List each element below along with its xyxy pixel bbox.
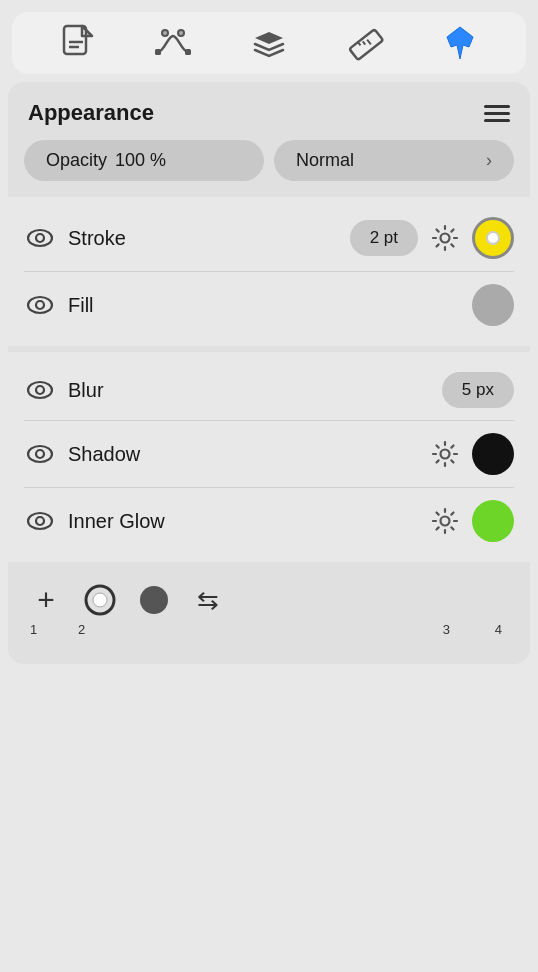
svg-point-21: [28, 513, 52, 529]
blend-mode-button[interactable]: Normal ›: [274, 140, 514, 181]
svg-point-20: [441, 450, 450, 459]
svg-line-8: [357, 42, 360, 46]
effects-section: Blur 5 px Shadow: [8, 352, 530, 562]
stroke-visibility-toggle[interactable]: [24, 222, 56, 254]
bottom-toolbar: + ⇆: [8, 568, 530, 618]
stroke-settings-icon[interactable]: [430, 223, 460, 253]
blur-visibility-toggle[interactable]: [24, 374, 56, 406]
svg-line-9: [363, 41, 365, 44]
svg-rect-7: [349, 29, 383, 60]
swap-button[interactable]: ⇆: [190, 582, 226, 618]
stroke-mode-button[interactable]: [82, 582, 118, 618]
ruler-icon[interactable]: [346, 24, 384, 62]
nodes-icon[interactable]: [154, 28, 192, 58]
stroke-value[interactable]: 2 pt: [350, 220, 418, 256]
callout-numbers: 1 2 3 4: [8, 618, 530, 646]
panel-header: Appearance: [8, 82, 530, 140]
callout-3: 3: [443, 622, 450, 637]
svg-point-26: [140, 586, 168, 614]
blur-value[interactable]: 5 px: [442, 372, 514, 408]
svg-rect-3: [155, 49, 161, 55]
svg-point-25: [93, 593, 107, 607]
svg-point-15: [36, 301, 44, 309]
shadow-label: Shadow: [68, 443, 418, 466]
svg-point-14: [28, 297, 52, 313]
svg-rect-5: [162, 30, 168, 36]
stroke-color-swatch[interactable]: [472, 217, 514, 259]
svg-point-12: [36, 234, 44, 242]
blur-label: Blur: [68, 379, 430, 402]
blur-row: Blur 5 px: [24, 362, 514, 418]
fill-mode-button[interactable]: [136, 582, 172, 618]
svg-rect-4: [185, 49, 191, 55]
document-icon[interactable]: [61, 24, 95, 62]
appearance-panel: Appearance Opacity 100 % Normal ›: [8, 82, 530, 664]
add-icon: +: [37, 583, 55, 617]
inner-glow-row: Inner Glow: [24, 490, 514, 552]
blend-mode-label: Normal: [296, 150, 354, 171]
inner-glow-color-swatch[interactable]: [472, 500, 514, 542]
opacity-blend-row: Opacity 100 % Normal ›: [8, 140, 530, 197]
top-toolbar: [12, 12, 526, 74]
opacity-button[interactable]: Opacity 100 %: [24, 140, 264, 181]
fill-label: Fill: [68, 294, 460, 317]
callout-1: 1: [30, 622, 37, 637]
callout-2: 2: [78, 622, 85, 637]
svg-point-13: [441, 234, 450, 243]
svg-point-22: [36, 517, 44, 525]
svg-point-17: [36, 386, 44, 394]
svg-point-16: [28, 382, 52, 398]
stroke-fill-section: Stroke 2 pt Fill: [8, 197, 530, 346]
fill-color-swatch[interactable]: [472, 284, 514, 326]
svg-point-23: [441, 517, 450, 526]
pin-icon[interactable]: [443, 25, 477, 61]
add-effect-button[interactable]: +: [28, 582, 64, 618]
callout-4: 4: [495, 622, 502, 637]
bottom-toolbar-container: + ⇆ 1 2 3: [8, 568, 530, 652]
panel-title: Appearance: [28, 100, 154, 126]
stroke-row: Stroke 2 pt: [24, 207, 514, 269]
shadow-visibility-toggle[interactable]: [24, 438, 56, 470]
inner-glow-label: Inner Glow: [68, 510, 418, 533]
swap-icon: ⇆: [197, 585, 219, 616]
svg-point-19: [36, 450, 44, 458]
svg-rect-6: [178, 30, 184, 36]
shadow-row: Shadow: [24, 423, 514, 485]
opacity-label: Opacity: [46, 150, 107, 171]
svg-line-10: [367, 40, 371, 45]
layers-icon[interactable]: [251, 26, 287, 60]
chevron-right-icon: ›: [486, 150, 492, 171]
menu-icon[interactable]: [484, 105, 510, 122]
shadow-color-swatch[interactable]: [472, 433, 514, 475]
svg-point-18: [28, 446, 52, 462]
inner-glow-visibility-toggle[interactable]: [24, 505, 56, 537]
stroke-label: Stroke: [68, 227, 338, 250]
fill-visibility-toggle[interactable]: [24, 289, 56, 321]
shadow-settings-icon[interactable]: [430, 439, 460, 469]
fill-row: Fill: [24, 274, 514, 336]
svg-point-11: [28, 230, 52, 246]
inner-glow-settings-icon[interactable]: [430, 506, 460, 536]
opacity-value: 100 %: [115, 150, 166, 171]
